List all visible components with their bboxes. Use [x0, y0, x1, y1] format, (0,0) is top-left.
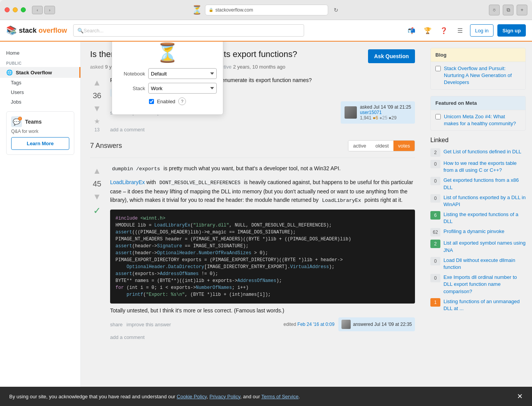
signup-button[interactable]: Sign up	[497, 24, 526, 37]
help-icon[interactable]: ❓	[438, 24, 450, 37]
ask-question-button[interactable]: Ask Question	[368, 49, 415, 63]
linked-text-2[interactable]: Get exported functions from a x86 DLL	[443, 177, 526, 191]
sort-oldest[interactable]: oldest	[371, 141, 393, 151]
linked-item-9: 1 Listing functions of an unmanaged DLL …	[430, 298, 526, 312]
linked-item-5: 62 Profiling a dynamic pinvoke	[430, 228, 526, 237]
logo-link[interactable]: 📚 stack overflow	[6, 25, 67, 35]
answered-at: answered Jul 14 '09 at 22:35	[353, 322, 412, 327]
blog-item-text-1[interactable]: Stack Overflow and Pursuit: Nurturing A …	[444, 65, 521, 86]
search-bar[interactable]: 🔍 Search...	[73, 24, 304, 37]
cookie-policy-link[interactable]: Cookie Policy	[177, 394, 207, 399]
logo-icon: 📚	[6, 25, 17, 35]
cookie-banner: By using our site, you acknowledge that …	[0, 387, 532, 406]
loadlibraryex-link[interactable]: LoadLibraryEx	[110, 179, 145, 185]
minimize-button[interactable]	[13, 7, 18, 12]
sidebar-so-label: Stack Overflow	[16, 70, 52, 75]
answered-info: answered Jul 14 '09 at 22:35	[338, 317, 415, 331]
sort-active[interactable]: active	[348, 141, 371, 151]
close-button[interactable]	[5, 7, 10, 12]
main-content: ⏳ Notebook Default Stack Work	[81, 42, 424, 406]
linked-text-4[interactable]: Listing the exported functions of a DLL	[443, 211, 526, 225]
new-tab-button[interactable]: +	[517, 5, 527, 15]
answer-upvote-button[interactable]: ▲	[90, 164, 104, 178]
linked-text-1[interactable]: How to we read the exports table from a …	[443, 160, 526, 174]
blog-widget-header: Blog	[431, 48, 525, 62]
answerer-avatar	[341, 320, 351, 329]
login-button[interactable]: Log in	[470, 24, 494, 37]
user-name-link[interactable]: user15071	[360, 110, 411, 115]
linked-text-7[interactable]: Load Dll without execute dllmain functio…	[443, 257, 526, 271]
featured-checkbox-1[interactable]	[435, 114, 441, 119]
cookie-text: By using our site, you acknowledge that …	[9, 394, 514, 399]
answer-intro: dumpbin /exports is pretty much what you…	[110, 164, 415, 173]
left-sidebar: Home PUBLIC 🌐 Stack Overflow Tags Users …	[0, 42, 81, 406]
sidebar-item-home[interactable]: Home	[0, 48, 80, 58]
split-view-button[interactable]: ⧉	[503, 5, 514, 15]
linked-text-0[interactable]: Get List of functions defined in DLL	[443, 148, 521, 155]
sort-votes[interactable]: votes	[393, 141, 415, 151]
share-button[interactable]: ⎏	[489, 5, 500, 15]
learn-more-button[interactable]: Learn More	[11, 137, 69, 150]
linked-count-5: 62	[430, 228, 440, 237]
stack-select[interactable]: Work	[148, 83, 217, 94]
privacy-policy-link[interactable]: Privacy Policy	[209, 394, 240, 399]
teams-header: 💬 ! Teams	[11, 116, 69, 127]
notebook-label: Notebook	[118, 71, 145, 77]
edited-link[interactable]: Feb 24 '16 at 0:09	[298, 322, 335, 327]
user-avatar	[345, 106, 357, 119]
featured-widget-header: Featured on Meta	[431, 96, 525, 110]
answer-vote-count: 45	[93, 180, 101, 188]
back-button[interactable]: ‹	[32, 6, 43, 14]
downvote-button[interactable]: ▼	[90, 102, 104, 116]
teams-icon: 💬 !	[11, 116, 22, 127]
add-comment-link[interactable]: add a comment	[110, 127, 145, 133]
tos-link[interactable]: Terms of Service	[261, 394, 299, 399]
sidebar-section-public: PUBLIC	[0, 58, 80, 67]
answer-add-comment[interactable]: add a comment	[110, 334, 145, 340]
linked-count-4: 6	[430, 211, 440, 220]
code-dont-resolve: DONT_RESOLVE_DLL_REFERENCES	[157, 180, 243, 186]
answer-outro: Totally untested, but I think it's more …	[110, 307, 415, 314]
review-icon[interactable]: ☰	[454, 24, 466, 37]
linked-item-3: 0 List of functions exported by a DLL in…	[430, 194, 526, 208]
code-loadlibex2: LoadLibraryEx	[320, 197, 363, 204]
upvote-button[interactable]: ▲	[90, 76, 104, 90]
sidebar-item-jobs[interactable]: Jobs	[0, 97, 80, 107]
avatar-image	[345, 106, 357, 119]
achievements-icon[interactable]: 🏆	[422, 24, 434, 37]
blog-checkbox-1[interactable]	[435, 66, 441, 71]
notebook-select[interactable]: Default	[148, 68, 217, 79]
blog-widget: Blog Stack Overflow and Pursuit: Nurturi…	[430, 48, 526, 90]
logo-text: stack overflow	[19, 27, 67, 35]
featured-item-1: Unicorn Meta Zoo #4: What makes for a he…	[431, 110, 525, 130]
featured-item-text-1[interactable]: Unicorn Meta Zoo #4: What makes for a he…	[444, 113, 521, 127]
linked-text-5[interactable]: Profiling a dynamic pinvoke	[443, 228, 504, 235]
cookie-close-button[interactable]: ✕	[517, 392, 523, 401]
answer-share-link[interactable]: share	[110, 322, 123, 327]
enabled-label: Enabled	[157, 99, 176, 104]
address-bar[interactable]: 🔒 stackoverflow.com	[205, 5, 328, 15]
answer-downvote-button[interactable]: ▼	[90, 190, 104, 204]
linked-text-8[interactable]: Exe Imports dll ordinal number to DLL ex…	[443, 274, 526, 295]
enabled-checkbox[interactable]	[149, 99, 154, 104]
asked-at-text: asked Jul 14 '09 at 21:25	[360, 104, 411, 110]
inbox-icon[interactable]: 📬	[405, 24, 418, 37]
teams-title: Teams	[25, 119, 42, 125]
sidebar-item-tags[interactable]: Tags	[0, 78, 80, 87]
bookmark-icon[interactable]: ★	[94, 117, 100, 126]
reload-button[interactable]: ↻	[331, 5, 341, 15]
maximize-button[interactable]	[21, 7, 26, 12]
sidebar-item-users[interactable]: Users	[0, 87, 80, 97]
linked-count-9: 1	[430, 298, 440, 307]
linked-text-6[interactable]: List all exported symbol names using JNA	[443, 240, 526, 253]
linked-text-3[interactable]: List of functions exported by a DLL in W…	[443, 194, 526, 208]
answer-improve-link[interactable]: improve this answer	[127, 322, 171, 327]
help-button[interactable]: ?	[178, 97, 186, 105]
forward-button[interactable]: ›	[44, 6, 55, 14]
accepted-checkmark: ✓	[93, 205, 101, 216]
answerer-avatar-img	[341, 320, 351, 329]
lock-icon: 🔒	[209, 8, 213, 12]
blog-item-1: Stack Overflow and Pursuit: Nurturing A …	[431, 62, 525, 89]
linked-text-9[interactable]: Listing functions of an unmanaged DLL at…	[443, 298, 526, 312]
sidebar-item-stackoverflow[interactable]: 🌐 Stack Overflow	[0, 67, 80, 78]
